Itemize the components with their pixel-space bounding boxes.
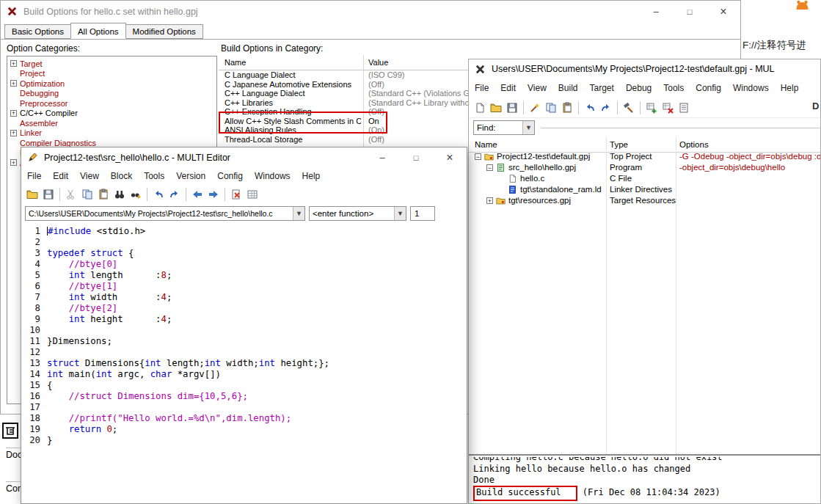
category-item[interactable]: +C/C++ Compiler	[7, 109, 216, 119]
menu-view[interactable]: View	[522, 83, 552, 93]
wand-icon[interactable]	[528, 101, 542, 115]
grid-icon[interactable]	[245, 187, 260, 202]
menu-config[interactable]: Config	[690, 83, 727, 93]
code-line[interactable]: 4 //btye[0]	[21, 259, 467, 270]
category-item[interactable]: +Optimization	[7, 78, 216, 89]
line-number-box[interactable]: 1	[410, 206, 435, 221]
project-tree-row[interactable]: −Project12-test\default.gpjTop Project-G…	[469, 151, 820, 162]
expand-icon[interactable]: +	[10, 130, 17, 136]
category-item[interactable]: Project	[7, 69, 216, 79]
menu-view[interactable]: View	[74, 171, 105, 181]
ime-indicator-icon[interactable]	[2, 423, 18, 439]
code-line[interactable]: 19 return 0;	[21, 424, 467, 435]
column-header-type[interactable]: Type	[610, 140, 628, 149]
menu-windows[interactable]: Windows	[727, 83, 775, 93]
column-header-options[interactable]: Options	[679, 140, 709, 149]
code-line[interactable]: 9 int height :4;	[21, 314, 467, 325]
expand-icon[interactable]: +	[10, 80, 17, 87]
chevron-down-icon[interactable]: ▼	[522, 121, 534, 134]
menu-debug[interactable]: Debug	[620, 83, 657, 93]
dialog-titlebar[interactable]: Build Options for hello.c set within hel…	[1, 1, 740, 22]
save-icon[interactable]	[41, 187, 56, 202]
expand-icon[interactable]: −	[486, 164, 493, 171]
add-files-icon[interactable]	[644, 101, 659, 115]
menu-tools[interactable]: Tools	[657, 83, 690, 93]
cut-icon[interactable]	[64, 187, 79, 202]
find-combobox[interactable]: Find: ▼	[473, 120, 535, 135]
project-titlebar[interactable]: Users\USER\Documents\My Projects\Project…	[469, 59, 820, 78]
menu-help[interactable]: Help	[775, 83, 805, 93]
tab-modified-options[interactable]: Modified Options	[125, 24, 203, 39]
menu-edit[interactable]: Edit	[495, 83, 522, 93]
menu-target[interactable]: Target	[584, 83, 620, 93]
editor-titlebar[interactable]: Project12-test\src_hello\hello.c - MULTI…	[21, 147, 467, 167]
minimize-button[interactable]	[639, 1, 673, 22]
project-tree-row[interactable]: tgt\standalone_ram.ldLinker Directives	[469, 184, 820, 195]
file-list-icon[interactable]	[676, 101, 691, 115]
category-item[interactable]: Debugging	[7, 89, 216, 99]
build-hammer-icon[interactable]	[621, 101, 636, 115]
remove-files-icon[interactable]	[660, 101, 675, 115]
chevron-down-icon[interactable]: ▼	[394, 207, 406, 220]
undo-icon[interactable]	[583, 101, 597, 115]
code-line[interactable]: 7 int width :4;	[21, 292, 467, 303]
open-folder-icon[interactable]	[25, 187, 40, 202]
undo-icon[interactable]	[151, 187, 166, 202]
category-item[interactable]: +Linker	[7, 128, 216, 139]
code-line[interactable]: 15{	[21, 380, 467, 391]
code-line[interactable]: 17	[21, 402, 467, 413]
function-combobox[interactable]: <enter function> ▼	[309, 206, 406, 221]
menu-edit[interactable]: Edit	[47, 171, 74, 181]
code-line[interactable]: 8 //btye[2]	[21, 303, 467, 314]
code-line[interactable]: 12	[21, 347, 467, 358]
find-next-icon[interactable]	[128, 187, 143, 202]
category-item[interactable]: Assembler	[7, 118, 216, 128]
paste-icon[interactable]	[560, 101, 574, 115]
expand-icon[interactable]: −	[475, 153, 481, 160]
copy-icon[interactable]	[80, 187, 95, 202]
new-file-icon[interactable]	[472, 101, 487, 115]
code-line[interactable]: 20}	[21, 435, 467, 446]
code-editor[interactable]: 1#include <stdio.h>23typedef struct {4 /…	[21, 224, 467, 503]
code-line[interactable]: 6 //btye[1]	[21, 281, 467, 292]
tab-basic-options[interactable]: Basic Options	[4, 24, 71, 39]
expand-icon[interactable]: +	[486, 197, 493, 204]
menu-config[interactable]: Config	[211, 171, 249, 181]
menu-file[interactable]: File	[469, 83, 495, 93]
redo-icon[interactable]	[599, 101, 613, 115]
find-icon[interactable]	[112, 187, 127, 202]
forward-icon[interactable]	[206, 187, 221, 202]
menu-build[interactable]: Build	[552, 83, 584, 93]
code-line[interactable]: 10	[21, 325, 467, 336]
paste-icon[interactable]	[96, 187, 111, 202]
code-line[interactable]: 14int main(int argc, char *argv[])	[21, 369, 467, 380]
project-tree-row[interactable]: −src_hello\hello.gpjProgram-object_dir=o…	[469, 162, 820, 173]
maximize-button[interactable]	[399, 147, 433, 167]
maximize-button[interactable]	[673, 1, 707, 22]
copy-icon[interactable]	[544, 101, 558, 115]
menu-tools[interactable]: Tools	[138, 171, 170, 181]
close-button[interactable]	[433, 147, 467, 167]
file-path-combobox[interactable]: C:\Users\USER\Documents\My Projects\Proj…	[25, 206, 305, 221]
menu-windows[interactable]: Windows	[249, 171, 296, 181]
open-folder-icon[interactable]	[489, 101, 503, 115]
redo-icon[interactable]	[167, 187, 182, 202]
menu-version[interactable]: Version	[170, 171, 211, 181]
expand-icon[interactable]: +	[10, 110, 17, 117]
category-item[interactable]: Preprocessor	[7, 98, 216, 109]
close-button[interactable]	[707, 1, 740, 22]
code-line[interactable]: 16 //struct Dimensions dim={10,5,6};	[21, 391, 467, 402]
code-line[interactable]: 3typedef struct {	[21, 248, 467, 259]
clipped-toolbar-button[interactable]: D	[812, 101, 820, 114]
code-line[interactable]: 2	[21, 237, 467, 248]
code-line[interactable]: 11}Dimensions;	[21, 336, 467, 347]
back-icon[interactable]	[190, 187, 205, 202]
project-tree-row[interactable]: hello.cC File	[469, 173, 820, 184]
expand-icon[interactable]: +	[10, 159, 17, 166]
menu-help[interactable]: Help	[296, 171, 326, 181]
project-tree-row[interactable]: +tgt\resources.gpjTarget Resources	[469, 195, 820, 206]
build-output-pane[interactable]: Compiling hello.c because hello.o did no…	[469, 456, 820, 503]
column-header-name[interactable]: Name	[475, 140, 497, 149]
menu-block[interactable]: Block	[105, 171, 138, 181]
expand-icon[interactable]: +	[10, 60, 17, 67]
